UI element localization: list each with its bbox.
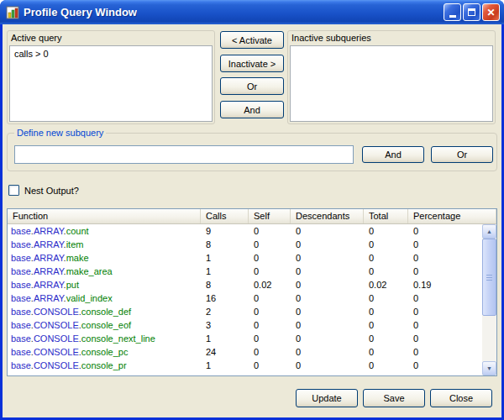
scrollbar-thumb[interactable] [482,239,496,316]
feature-name: item [66,239,84,249]
table-row[interactable]: base.ARRAY.valid_index 16 0 0 0 0 [8,291,482,305]
active-query-panel: Active query calls > 0 [7,30,215,124]
vertical-scrollbar[interactable]: ▲ ▼ [482,224,496,375]
self-cell: 0 [249,305,291,318]
window-title: Profile Query Window [24,6,137,18]
function-cell: base.ARRAY.make [8,251,201,265]
nest-output-row: Nest Output? [8,185,79,196]
function-cell: base.CONSOLE.console_next_line [8,332,201,345]
cluster-name: base [11,280,31,290]
inactive-subqueries-panel: Inactive subqueries [287,30,496,124]
total-cell: 0 [364,332,408,345]
or-combine-button[interactable]: Or [220,77,284,95]
function-cell: base.CONSOLE.console_pr [8,359,201,372]
subquery-and-button[interactable]: And [362,146,424,163]
self-cell: 0.02 [249,278,291,291]
percentage-cell: 0 [408,251,482,265]
cluster-name: base [11,333,31,344]
calls-cell: 2 [201,305,249,318]
percentage-cell: 0 [408,291,482,305]
app-icon [6,6,19,19]
total-cell: 0 [364,359,408,372]
table-row[interactable]: base.CONSOLE.console_def 2 0 0 0 0 [8,305,482,318]
total-cell: 0 [364,305,408,318]
scroll-up-icon: ▲ [486,228,492,234]
class-name: CONSOLE [34,307,79,317]
nest-output-checkbox[interactable] [8,185,19,196]
profile-query-window: Profile Query Window ✕ Active query call… [0,0,504,420]
total-cell: 0 [364,224,408,238]
close-window-button[interactable]: ✕ [482,3,500,21]
scroll-down-button[interactable]: ▼ [482,361,496,375]
self-cell: 0 [249,332,291,345]
self-cell: 0 [249,345,291,359]
and-combine-button[interactable]: And [220,101,284,118]
active-query-list[interactable]: calls > 0 [9,45,213,122]
column-header-total[interactable]: Total [364,209,408,223]
percentage-cell: 0 [408,318,482,332]
feature-name: console_pc [81,347,129,357]
descendants-cell: 0 [291,238,364,251]
activate-button[interactable]: < Activate [220,31,284,49]
calls-cell: 16 [201,291,249,305]
percentage-cell: 0 [408,265,482,278]
inactivate-button[interactable]: Inactivate > [220,55,284,72]
cluster-name: base [11,360,31,370]
descendants-cell: 0 [291,291,364,305]
maximize-button[interactable] [463,3,480,21]
calls-cell: 1 [201,265,249,278]
total-cell: 0 [364,291,408,305]
minimize-button[interactable] [444,3,461,21]
cluster-name: base [11,320,31,330]
function-cell: base.CONSOLE.console_pc [8,345,201,359]
total-cell: 0 [364,265,408,278]
descendants-cell: 0 [291,224,364,238]
active-query-item[interactable]: calls > 0 [14,49,207,59]
class-name: CONSOLE [34,320,79,330]
table-row[interactable]: base.ARRAY.item 8 0 0 0 0 [8,238,482,251]
column-header-percentage[interactable]: Percentage [408,209,496,223]
subquery-or-button[interactable]: Or [431,146,493,163]
table-body: base.ARRAY.count 9 0 0 0 0 base.ARRAY.it… [8,224,482,375]
table-row[interactable]: base.CONSOLE.console_pr 1 0 0 0 0 [8,359,482,372]
table-row[interactable]: base.CONSOLE.console_eof 3 0 0 0 0 [8,318,482,332]
column-header-descendants[interactable]: Descendants [291,209,364,223]
function-cell: base.ARRAY.make_area [8,265,201,278]
maximize-icon [468,8,475,16]
table-row[interactable]: base.CONSOLE.console_pc 24 0 0 0 0 [8,345,482,359]
title-bar[interactable]: Profile Query Window ✕ [0,0,504,24]
scroll-up-button[interactable]: ▲ [482,224,496,239]
update-button[interactable]: Update [296,389,358,407]
calls-cell: 1 [201,251,249,265]
cluster-name: base [11,253,31,263]
descendants-cell: 0 [291,332,364,345]
define-subquery-group: Define new subquery And Or [7,133,497,171]
calls-cell: 24 [201,345,249,359]
cluster-name: base [11,226,31,236]
calls-cell: 9 [201,224,249,238]
self-cell: 0 [249,265,291,278]
feature-name: put [66,280,79,290]
subquery-input[interactable] [14,145,354,164]
column-header-calls[interactable]: Calls [201,209,249,223]
inactive-subqueries-list[interactable] [290,45,493,122]
self-cell: 0 [249,251,291,265]
table-row[interactable]: base.ARRAY.count 9 0 0 0 0 [8,224,482,238]
close-button[interactable]: Close [430,389,492,407]
save-button[interactable]: Save [363,389,425,407]
calls-cell: 1 [201,332,249,345]
feature-name: console_def [81,307,131,317]
minimize-icon [449,15,456,18]
column-header-self[interactable]: Self [249,209,291,223]
column-header-function[interactable]: Function [8,209,201,223]
feature-name: console_next_line [81,333,155,344]
cluster-name: base [11,307,31,317]
table-row[interactable]: base.CONSOLE.console_next_line 1 0 0 0 0 [8,332,482,345]
percentage-cell: 0 [408,345,482,359]
table-row[interactable]: base.ARRAY.make_area 1 0 0 0 0 [8,265,482,278]
table-row[interactable]: base.ARRAY.put 8 0.02 0 0.02 0.19 [8,278,482,291]
table-row[interactable]: base.ARRAY.make 1 0 0 0 0 [8,251,482,265]
window-controls: ✕ [444,3,500,21]
feature-name: make_area [66,266,113,276]
calls-cell: 8 [201,238,249,251]
